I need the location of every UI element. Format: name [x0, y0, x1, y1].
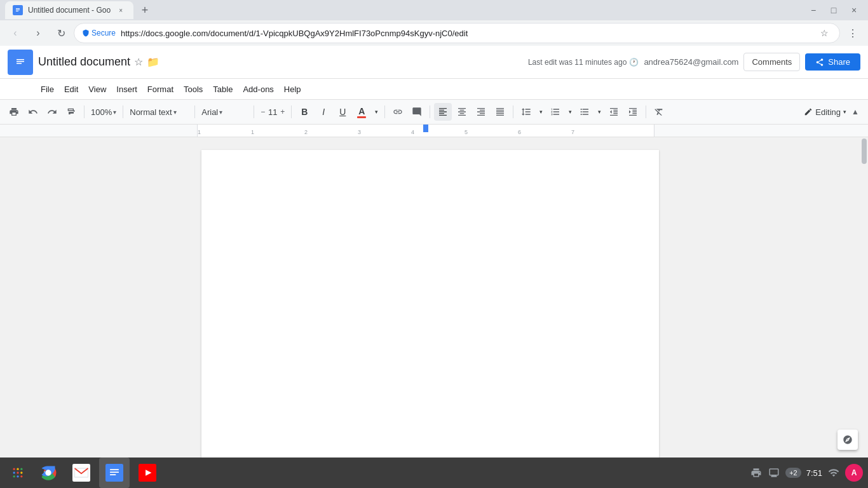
close-button[interactable]: ×: [845, 1, 863, 19]
back-button[interactable]: ‹: [5, 23, 25, 43]
toolbar-sep-4: [254, 105, 254, 118]
nav-extras: ⋮: [843, 23, 863, 43]
undo-icon: [28, 107, 38, 117]
font-size-increase[interactable]: +: [280, 107, 285, 116]
tab-title: Untitled document - Goo: [28, 6, 111, 15]
menu-file[interactable]: File: [36, 82, 59, 97]
taskbar-docs[interactable]: [99, 458, 130, 488]
decrease-indent-button[interactable]: [605, 103, 623, 121]
paint-format-button[interactable]: [62, 103, 80, 121]
justify-button[interactable]: [491, 103, 509, 121]
address-actions: ☆: [817, 25, 832, 41]
align-right-button[interactable]: [472, 103, 490, 121]
share-label: Share: [828, 57, 850, 67]
browser-tab[interactable]: Untitled document - Goo ×: [5, 1, 133, 19]
menu-help[interactable]: Help: [279, 82, 306, 97]
new-tab-button[interactable]: +: [136, 1, 154, 19]
toolbar-collapse-button[interactable]: ▲: [848, 104, 863, 119]
bulleted-list-button[interactable]: [576, 103, 593, 121]
zoom-select[interactable]: 100% ▾: [88, 103, 119, 121]
last-edit-text: Last edit was 11 minutes ago: [528, 58, 627, 67]
editing-mode[interactable]: Editing ▾: [804, 107, 846, 117]
font-color-arrow[interactable]: ▾: [372, 103, 381, 121]
folder-button[interactable]: 📁: [147, 56, 159, 68]
star-button[interactable]: ☆: [134, 56, 143, 68]
align-center-icon: [457, 107, 467, 117]
reload-button[interactable]: ↻: [51, 23, 71, 43]
undo-button[interactable]: [24, 103, 42, 121]
redo-button[interactable]: [43, 103, 61, 121]
comments-button[interactable]: Comments: [743, 53, 800, 71]
style-value: Normal text: [130, 107, 172, 117]
insert-link-button[interactable]: [389, 103, 407, 121]
bookmark-button[interactable]: ☆: [817, 25, 832, 41]
doc-scroll-area[interactable]: [0, 137, 860, 458]
svg-rect-16: [110, 469, 119, 470]
scrollbar-thumb[interactable]: [862, 139, 867, 164]
taskbar-avatar[interactable]: A: [845, 464, 863, 482]
chrome-taskbar-icon: [39, 464, 57, 482]
doc-page-inner[interactable]: [201, 150, 659, 241]
align-center-button[interactable]: [453, 103, 471, 121]
share-button[interactable]: Share: [805, 53, 860, 71]
menu-format[interactable]: Format: [142, 82, 179, 97]
add-comment-button[interactable]: [408, 103, 426, 121]
bold-button[interactable]: B: [295, 103, 313, 121]
taskbar: +2 7:51 A: [0, 458, 868, 488]
last-edit-info: Last edit was 11 minutes ago 🕐: [528, 58, 639, 67]
font-size-select[interactable]: − 11 +: [258, 103, 287, 121]
minimize-button[interactable]: −: [804, 1, 822, 19]
wifi-icon: [828, 467, 839, 478]
menu-table[interactable]: Table: [208, 82, 238, 97]
font-size-decrease[interactable]: −: [261, 107, 265, 116]
taskbar-screen-icon: [768, 466, 780, 479]
zoom-arrow: ▾: [113, 109, 116, 116]
forward-button[interactable]: ›: [28, 23, 48, 43]
line-spacing-button[interactable]: [517, 103, 535, 121]
svg-rect-1: [13, 55, 28, 70]
underline-button[interactable]: U: [334, 103, 351, 121]
taskbar-gmail[interactable]: [66, 458, 97, 488]
docs-logo: [8, 50, 33, 75]
menu-tools[interactable]: Tools: [179, 82, 208, 97]
notification-badge[interactable]: +2: [785, 468, 801, 478]
maximize-button[interactable]: □: [825, 1, 843, 19]
taskbar-youtube[interactable]: [132, 458, 163, 488]
taskbar-right: +2 7:51 A: [750, 464, 863, 482]
network-icon: [827, 466, 840, 479]
address-bar[interactable]: Secure https://docs.google.com/document/…: [74, 23, 840, 43]
menu-insert[interactable]: Insert: [111, 82, 142, 97]
italic-button[interactable]: I: [315, 103, 332, 121]
launcher-icon: [11, 466, 24, 479]
clear-formatting-button[interactable]: [650, 103, 668, 121]
numbered-list-arrow[interactable]: ▾: [566, 103, 574, 121]
editing-arrow[interactable]: ▾: [843, 109, 846, 115]
align-left-button[interactable]: [434, 103, 452, 121]
menu-addons[interactable]: Add-ons: [238, 82, 278, 97]
editing-label: Editing: [815, 107, 841, 117]
doc-page[interactable]: [201, 150, 659, 458]
secure-label: Secure: [92, 29, 116, 37]
doc-title[interactable]: Untitled document: [38, 55, 130, 69]
extensions-button[interactable]: ⋮: [843, 23, 863, 43]
print-button[interactable]: [5, 103, 23, 121]
increase-indent-button[interactable]: [624, 103, 642, 121]
taskbar-chrome[interactable]: [33, 458, 64, 488]
launcher-button[interactable]: [5, 460, 31, 485]
menu-view[interactable]: View: [83, 82, 111, 97]
font-select[interactable]: Arial ▾: [199, 103, 250, 121]
font-color-button[interactable]: A: [353, 103, 370, 121]
style-select[interactable]: Normal text ▾: [127, 103, 191, 121]
tab-close-button[interactable]: ×: [116, 5, 126, 15]
gmail-taskbar-icon: [72, 464, 90, 482]
browser-title-bar: Untitled document - Goo × + − □ ×: [0, 0, 868, 20]
ruler-handle[interactable]: [423, 125, 428, 132]
line-spacing-arrow[interactable]: ▾: [536, 103, 545, 121]
style-arrow: ▾: [173, 109, 177, 116]
scrollbar-track[interactable]: [860, 137, 868, 458]
bold-label: B: [301, 107, 308, 117]
menu-edit[interactable]: Edit: [59, 82, 83, 97]
floating-action-button[interactable]: [837, 430, 858, 450]
numbered-list-button[interactable]: [546, 103, 564, 121]
bulleted-list-arrow[interactable]: ▾: [595, 103, 604, 121]
